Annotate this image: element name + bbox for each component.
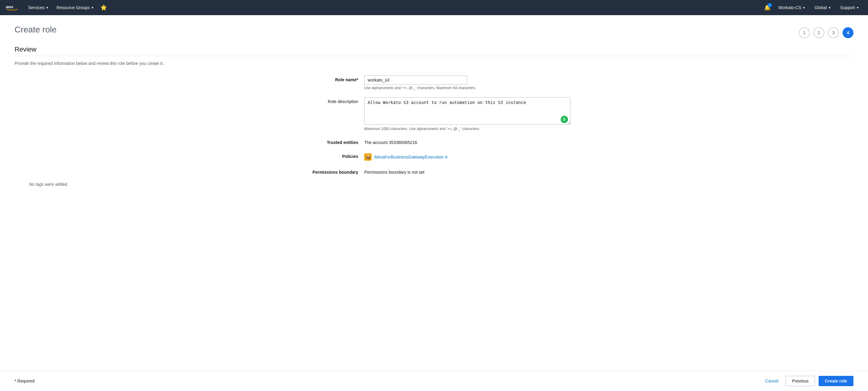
role-description-textarea[interactable]: Allow Workato S3 account to run automati… <box>364 97 570 125</box>
section-title: Review <box>14 46 854 53</box>
region-label: Global <box>815 5 827 10</box>
footer-bar: * Required Cancel Previous Create role <box>0 371 868 391</box>
role-description-row: Role description Allow Workato S3 accoun… <box>298 97 570 131</box>
permissions-boundary-row: Permissions boundary Permissions boundar… <box>298 168 570 175</box>
tags-note: No tags were added. <box>14 182 854 187</box>
footer-actions: Cancel Previous Create role <box>762 376 854 386</box>
page-title: Create role <box>14 25 57 35</box>
role-name-label: Role name* <box>298 76 364 82</box>
support-nav-item[interactable]: Support ▼ <box>836 2 863 13</box>
account-nav-item[interactable]: Workato-CS ▼ <box>774 2 809 13</box>
role-description-field: Allow Workato S3 account to run automati… <box>364 97 570 131</box>
support-label: Support <box>840 5 855 10</box>
region-chevron-icon: ▼ <box>828 6 831 9</box>
policy-item: 📦 AlexaForBusinessGatewayExecution ⧉ <box>364 152 570 161</box>
services-chevron-icon: ▼ <box>46 6 49 9</box>
support-chevron-icon: ▼ <box>856 6 859 9</box>
role-name-input[interactable] <box>364 76 467 85</box>
step-4-active: 4 <box>842 27 854 38</box>
textarea-wrapper: Allow Workato S3 account to run automati… <box>364 97 570 125</box>
step-1: 1 <box>799 27 810 38</box>
svg-text:aws: aws <box>6 4 13 9</box>
services-label: Services <box>28 5 44 10</box>
grammarly-icon: G <box>561 116 568 123</box>
resource-groups-label: Resource Groups <box>57 5 90 10</box>
trusted-entities-value: The account 353360065216 <box>364 138 570 145</box>
top-nav: aws Services ▼ Resource Groups ▼ ⭐ 🔔 1 W… <box>0 0 868 15</box>
steps-container: 1 2 3 4 <box>799 25 854 38</box>
resource-groups-chevron-icon: ▼ <box>91 6 94 9</box>
required-label: * Required <box>14 379 35 384</box>
policy-link[interactable]: AlexaForBusinessGatewayExecution ⧉ <box>374 155 447 159</box>
trusted-entities-field: The account 353360065216 <box>364 138 570 145</box>
permissions-boundary-label: Permissions boundary <box>298 168 364 175</box>
role-name-field: Use alphanumeric and '+=,.@-_' character… <box>364 76 570 90</box>
external-link-icon: ⧉ <box>445 155 447 159</box>
trusted-entities-label: Trusted entities <box>298 138 364 145</box>
page-header: Create role 1 2 3 4 <box>14 25 854 38</box>
account-label: Workato-CS <box>778 5 801 10</box>
role-description-hint: Maximum 1000 characters. Use alphanumeri… <box>364 127 570 131</box>
main-content: Create role 1 2 3 4 Review Provide the r… <box>0 15 868 391</box>
role-name-row: Role name* Use alphanumeric and '+=,.@-_… <box>298 76 570 90</box>
permissions-boundary-value: Permissions boundary is not set <box>364 168 570 175</box>
policy-name: AlexaForBusinessGatewayExecution <box>374 155 444 159</box>
notifications-bell[interactable]: 🔔 1 <box>762 2 773 13</box>
policy-icon: 📦 <box>364 153 372 161</box>
trusted-entities-row: Trusted entities The account 35336006521… <box>298 138 570 145</box>
role-description-label: Role description <box>298 97 364 104</box>
section-description: Provide the required information below a… <box>14 61 854 66</box>
policies-field: 📦 AlexaForBusinessGatewayExecution ⧉ <box>364 152 570 161</box>
step-2: 2 <box>813 27 824 38</box>
region-nav-item[interactable]: Global ▼ <box>811 2 835 13</box>
nav-right: 🔔 1 Workato-CS ▼ Global ▼ Support ▼ <box>762 2 863 13</box>
pin-icon[interactable]: ⭐ <box>98 2 110 13</box>
policies-row: Policies 📦 AlexaForBusinessGatewayExecut… <box>298 152 570 161</box>
create-role-button[interactable]: Create role <box>818 376 854 386</box>
resource-groups-nav-item[interactable]: Resource Groups ▼ <box>53 2 98 13</box>
cancel-button[interactable]: Cancel <box>762 376 782 386</box>
section-divider <box>14 56 854 56</box>
previous-button[interactable]: Previous <box>785 376 815 386</box>
aws-logo[interactable]: aws <box>5 3 20 12</box>
permissions-boundary-field: Permissions boundary is not set <box>364 168 570 175</box>
account-chevron-icon: ▼ <box>803 6 806 9</box>
policies-label: Policies <box>298 152 364 159</box>
bell-badge: 1 <box>768 3 772 7</box>
role-name-hint: Use alphanumeric and '+=,.@-_' character… <box>364 86 570 90</box>
services-nav-item[interactable]: Services ▼ <box>24 2 53 13</box>
step-3: 3 <box>828 27 839 38</box>
